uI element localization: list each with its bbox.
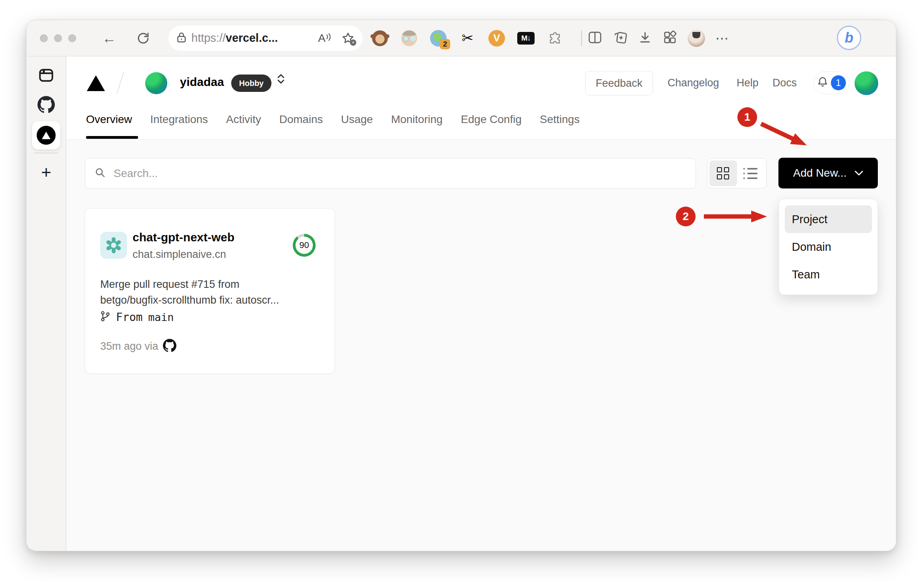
profile-avatar[interactable] (688, 30, 705, 47)
browser-essentials-icon[interactable] (662, 30, 677, 47)
branch-prefix: From (116, 311, 142, 324)
tab-edge-config[interactable]: Edge Config (461, 112, 522, 127)
collections-icon[interactable] (613, 30, 628, 47)
plan-badge: Hobby (231, 75, 271, 92)
search-box (85, 158, 696, 188)
browser-window: ← https://vercel.c... A (26, 20, 896, 551)
branch-name: main (148, 311, 174, 323)
url-scheme: https:// (191, 32, 226, 44)
vercel-favicon (37, 126, 56, 145)
refresh-icon[interactable] (136, 31, 150, 45)
github-icon (163, 339, 176, 354)
team-switcher-icon[interactable] (276, 73, 286, 86)
toolbar-divider (581, 30, 582, 46)
git-branch-icon (100, 310, 110, 324)
project-domain[interactable]: chat.simplenaive.cn (133, 248, 226, 261)
clipper-extension-icon[interactable]: ✂ (459, 30, 476, 47)
split-screen-icon[interactable] (587, 31, 602, 46)
tab-divider (34, 153, 58, 153)
lighthouse-score-ring[interactable]: 90 (293, 234, 316, 257)
tab-integrations[interactable]: Integrations (150, 112, 208, 127)
traffic-lights (40, 34, 76, 42)
active-tab-underline (86, 136, 138, 139)
minimize-window-button[interactable] (54, 34, 62, 42)
face-extension-icon[interactable] (400, 30, 418, 47)
commit-message: Merge pull request #715 from betgo/bugfi… (100, 276, 321, 308)
vertical-tab-strip: + (26, 56, 66, 551)
grid-view-button[interactable] (709, 160, 737, 186)
add-new-dropdown: Project Domain Team (779, 199, 878, 295)
tab-usage[interactable]: Usage (341, 112, 373, 127)
deploy-meta: 35m ago via (100, 339, 176, 354)
project-card[interactable]: chat-gpt-next-web chat.simplenaive.cn 90… (85, 208, 335, 374)
proxy-extension-icon[interactable]: 2 (430, 30, 447, 47)
dropdown-item-domain[interactable]: Domain (785, 233, 872, 261)
docs-link[interactable]: Docs (772, 77, 797, 89)
more-menu-icon[interactable]: ⋯ (715, 30, 729, 46)
list-view-icon (743, 168, 758, 179)
search-icon (95, 167, 106, 180)
vercel-tab-active[interactable] (32, 121, 60, 149)
openai-logo-icon (100, 232, 127, 259)
dropdown-item-project[interactable]: Project (785, 205, 872, 233)
lock-icon (176, 32, 187, 45)
bing-chat-icon[interactable]: b (837, 26, 861, 50)
tab-settings[interactable]: Settings (540, 112, 580, 127)
add-favorite-icon[interactable]: + (341, 32, 355, 45)
extensions-row: 2 ✂ V M↓ (371, 30, 564, 47)
vercel-dashboard: yidadaa Hobby Feedback Changelog Help Do… (66, 56, 896, 551)
search-input[interactable] (114, 167, 686, 180)
screen: ← https://vercel.c... A (0, 0, 924, 582)
add-new-button[interactable]: Add New... (778, 158, 878, 188)
vercel-logo[interactable] (87, 75, 105, 91)
github-tab-icon[interactable] (37, 96, 55, 115)
address-bar[interactable]: https://vercel.c... A + (168, 26, 363, 51)
read-aloud-icon[interactable]: A (318, 32, 331, 45)
tampermonkey-extension-icon[interactable] (371, 30, 389, 47)
url-host: vercel.c... (226, 32, 278, 44)
help-link[interactable]: Help (737, 77, 759, 89)
team-name[interactable]: yidadaa (180, 75, 224, 89)
changelog-link[interactable]: Changelog (668, 77, 719, 89)
notifications-button[interactable]: 1 (813, 71, 849, 94)
chevron-down-icon (855, 170, 863, 176)
bell-icon (817, 76, 829, 90)
lighthouse-score: 90 (296, 237, 313, 254)
back-icon[interactable]: ← (102, 31, 116, 45)
dropdown-item-team[interactable]: Team (785, 261, 872, 288)
browser-toolbar: ← https://vercel.c... A (26, 20, 896, 56)
markdown-extension-icon[interactable]: M↓ (517, 30, 535, 47)
annotation-step-1: 1 (737, 107, 757, 127)
extension-badge: 2 (440, 39, 450, 49)
notification-count-badge: 1 (831, 75, 846, 90)
user-avatar[interactable] (855, 71, 878, 95)
tab-domains[interactable]: Domains (279, 112, 323, 127)
grid-view-icon (717, 167, 729, 179)
tab-overview[interactable]: Overview (86, 112, 132, 127)
tab-activity[interactable]: Activity (226, 112, 261, 127)
zoom-window-button[interactable] (68, 34, 76, 42)
view-toggle (707, 158, 767, 188)
breadcrumb-slash (116, 72, 124, 94)
close-window-button[interactable] (40, 34, 48, 42)
feedback-button[interactable]: Feedback (585, 71, 653, 95)
annotation-step-2: 2 (676, 207, 696, 226)
browser-tools: ⋯ (587, 30, 729, 47)
v-extension-icon[interactable]: V (488, 30, 505, 47)
tab-monitoring[interactable]: Monitoring (391, 112, 443, 127)
project-name[interactable]: chat-gpt-next-web (133, 231, 234, 244)
downloads-icon[interactable] (638, 30, 652, 46)
team-avatar[interactable] (145, 72, 167, 94)
dashboard-tabs: Overview Integrations Activity Domains U… (86, 112, 580, 127)
new-tab-button[interactable]: + (41, 164, 51, 181)
list-view-button[interactable] (737, 160, 765, 186)
tab-panel-icon[interactable] (38, 68, 54, 84)
extensions-puzzle-icon[interactable] (546, 30, 564, 47)
branch-row: From main (100, 310, 174, 324)
